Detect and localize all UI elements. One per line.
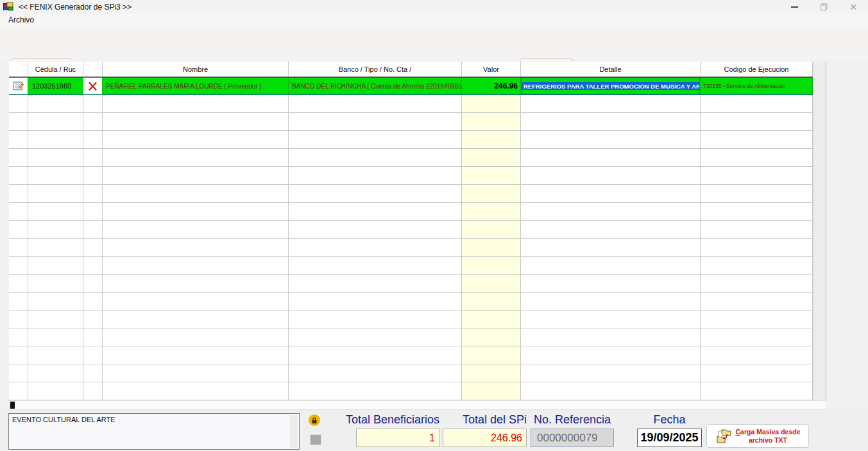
header-detalle: Detalle bbox=[521, 62, 701, 76]
descripcion-textarea[interactable]: EVENTO CULTURAL DEL ARTE bbox=[8, 413, 300, 450]
window-title: << FENIX Generador de SPi3 >> bbox=[19, 3, 132, 12]
grid-body: Cédula / Ruc Nombre Banco / Tipo / No. C… bbox=[9, 62, 813, 400]
edit-icon bbox=[13, 81, 24, 91]
total-beneficiarios-label: Total Beneficiarios bbox=[321, 413, 439, 427]
menu-archivo[interactable]: Archivo bbox=[6, 15, 37, 25]
cell-nombre[interactable]: PEÑAFIEL PARRALES MARIA LOURDE ( Proveed… bbox=[103, 78, 289, 94]
title-bar: << FENIX Generador de SPi3 >> ✕ bbox=[0, 0, 868, 14]
restore-button[interactable] bbox=[809, 0, 838, 14]
carga-masiva-button[interactable]: Carga Masiva desde archivo TXT bbox=[706, 424, 809, 448]
empty-grid-row[interactable] bbox=[9, 293, 813, 311]
grid-horizontal-scrollbar[interactable] bbox=[9, 400, 826, 410]
empty-grid-row[interactable] bbox=[9, 95, 813, 113]
edit-row-button[interactable] bbox=[9, 78, 28, 94]
header-valor: Valor bbox=[462, 62, 521, 76]
toolbar: Agregar Pagos Salir bbox=[0, 26, 868, 59]
grid-header-row: Cédula / Ruc Nombre Banco / Tipo / No. C… bbox=[9, 62, 813, 77]
cell-codigo[interactable]: 730235 - Servicio de Alimentación bbox=[701, 78, 813, 94]
payments-grid: Cédula / Ruc Nombre Banco / Tipo / No. C… bbox=[9, 62, 826, 400]
header-delete-col bbox=[83, 62, 103, 76]
header-cedula: Cédula / Ruc bbox=[28, 62, 83, 76]
locked-toggle-button[interactable] bbox=[310, 434, 321, 445]
minimize-icon bbox=[791, 6, 798, 8]
empty-grid-row[interactable] bbox=[9, 185, 813, 203]
empty-grid-row[interactable] bbox=[9, 382, 813, 400]
close-button[interactable]: ✕ bbox=[838, 0, 868, 14]
folder-transfer-icon bbox=[715, 428, 732, 445]
empty-grid-row[interactable] bbox=[9, 311, 813, 328]
header-edit-col bbox=[9, 62, 28, 76]
cell-valor[interactable]: 246.96 bbox=[462, 78, 521, 94]
empty-grid-row[interactable] bbox=[9, 131, 813, 149]
empty-grid-row[interactable] bbox=[9, 203, 813, 221]
close-icon: ✕ bbox=[849, 3, 857, 12]
header-codigo: Codigo de Ejecucion bbox=[701, 62, 813, 76]
empty-grid-row[interactable] bbox=[9, 221, 813, 239]
empty-grid-row[interactable] bbox=[9, 149, 813, 167]
carga-masiva-label: Carga Masiva desde archivo TXT bbox=[736, 428, 801, 443]
fecha-label: Fecha bbox=[637, 413, 702, 427]
empty-grid-row[interactable] bbox=[9, 113, 813, 131]
app-icon bbox=[3, 2, 13, 12]
fecha-field[interactable]: 19/09/2025 bbox=[637, 429, 702, 447]
menu-bar: Archivo bbox=[0, 14, 868, 26]
lock-icon bbox=[309, 414, 320, 426]
empty-grid-row[interactable] bbox=[9, 167, 813, 185]
descripcion-text: EVENTO CULTURAL DEL ARTE bbox=[12, 416, 115, 423]
scrollbar-thumb[interactable] bbox=[10, 402, 15, 409]
restore-icon bbox=[820, 3, 828, 11]
payment-row[interactable]: 1203251960 PEÑAFIEL PARRALES MARIA LOURD… bbox=[9, 77, 813, 95]
empty-grid-row[interactable] bbox=[9, 328, 813, 346]
footer-panel: EVENTO CULTURAL DEL ARTE Total Beneficia… bbox=[0, 410, 868, 451]
cell-banco[interactable]: BANCO DEL PICHINCHA [ Cuenta de Ahorros … bbox=[289, 78, 462, 94]
delete-row-button[interactable] bbox=[83, 78, 103, 94]
referencia-field: 0000000079 bbox=[531, 429, 614, 447]
header-nombre: Nombre bbox=[103, 62, 289, 76]
total-spi-field: 246.96 bbox=[443, 429, 527, 447]
empty-grid-row[interactable] bbox=[9, 346, 813, 364]
delete-x-icon bbox=[89, 82, 97, 90]
total-beneficiarios-field: 1 bbox=[356, 429, 439, 447]
grid-vertical-scrollbar[interactable] bbox=[813, 62, 826, 400]
total-spi-label: Total del SPi bbox=[443, 413, 527, 427]
cell-cedula[interactable]: 1203251960 bbox=[28, 78, 83, 94]
header-banco: Banco / Tipo / No. Cta / bbox=[289, 62, 462, 76]
cell-detalle[interactable]: REFRIGERIOS PARA TALLER PROMOCION DE MUS… bbox=[521, 78, 701, 94]
descripcion-scrollbar[interactable] bbox=[291, 415, 298, 448]
empty-grid-row[interactable] bbox=[9, 275, 813, 293]
empty-grid-row[interactable] bbox=[9, 239, 813, 257]
detalle-selected-text: REFRIGERIOS PARA TALLER PROMOCION DE MUS… bbox=[522, 82, 699, 90]
empty-grid-row[interactable] bbox=[9, 364, 813, 382]
minimize-button[interactable] bbox=[779, 0, 809, 14]
referencia-label: No. Referencia bbox=[531, 413, 614, 427]
empty-grid-row[interactable] bbox=[9, 257, 813, 275]
